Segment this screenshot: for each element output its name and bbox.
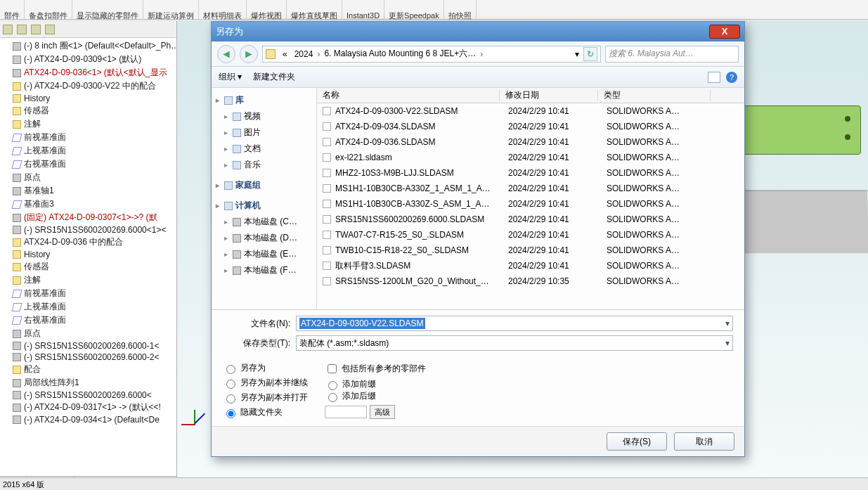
option-另存为副本并继续[interactable]: 另存为副本并继续 <box>223 377 308 389</box>
file-row[interactable]: MS1H1-10B30CB-A330Z-S_ASM_1_A…2024/2/29 … <box>317 196 744 212</box>
forward-button[interactable]: ► <box>240 45 258 63</box>
ribbon-item[interactable]: 爆炸直线草图 <box>287 0 342 20</box>
ribbon-item[interactable]: 爆炸视图 <box>247 0 287 20</box>
tree-item[interactable]: 传感器 <box>3 104 176 117</box>
save-button[interactable]: 保存(S) <box>607 432 667 451</box>
tree-toolbar-icon[interactable] <box>31 25 41 34</box>
filetype-select[interactable]: 装配体 (*.asm;*.sldasm) <box>296 335 733 351</box>
tree-toolbar-icon[interactable] <box>3 25 13 34</box>
file-list[interactable]: 名称 修改日期 类型 ATX24-D-09-0300-V22.SLDASM202… <box>317 88 744 309</box>
file-row[interactable]: ATX24-D-09-0300-V22.SLDASM2024/2/29 10:4… <box>317 103 744 119</box>
orientation-triad[interactable] <box>180 408 212 441</box>
tree-item[interactable]: 局部线性阵列1 <box>3 376 176 389</box>
tree-item[interactable]: ATX24-D-09-036<1> (默认<默认_显示 <box>3 66 176 79</box>
sidebar-item[interactable]: ▸视频 <box>214 108 313 124</box>
option-隐藏文件夹[interactable]: 隐藏文件夹 <box>223 406 308 418</box>
include-refs-input[interactable] <box>328 364 337 373</box>
dialog-titlebar[interactable]: 另存为 X <box>212 22 744 41</box>
feature-tree[interactable]: (-) 8 inch 圈<1> (Default<<Default>_Ph…(-… <box>0 38 176 476</box>
option-添加后缀[interactable]: 添加后缀 <box>325 390 426 402</box>
tree-toolbar-icon[interactable] <box>45 25 55 34</box>
sidebar-item[interactable]: ▸本地磁盘 (C… <box>214 214 313 230</box>
option-radio[interactable] <box>226 394 235 404</box>
tree-item[interactable]: (-) 8 inch 圈<1> (Default<<Default>_Ph… <box>3 39 176 53</box>
include-refs-checkbox[interactable]: 包括所有参考的零部件 <box>325 362 426 375</box>
sidebar-item[interactable]: ▸本地磁盘 (E… <box>214 246 313 262</box>
tree-item[interactable]: History <box>3 249 176 260</box>
view-mode-icon[interactable] <box>708 72 720 83</box>
ribbon-item[interactable]: 材料明细表 <box>199 0 247 20</box>
file-row[interactable]: ATX24-D-09-034.SLDASM2024/2/29 10:41SOLI… <box>317 119 744 134</box>
tree-item[interactable]: 注解 <box>3 117 176 131</box>
tree-item[interactable]: (-) SRS15N1SS600200269.6000<1>< <box>3 224 176 236</box>
affix-input[interactable] <box>325 406 367 418</box>
sidebar-item[interactable]: ▸音乐 <box>214 157 313 173</box>
file-row[interactable]: ATX24-D-09-036.SLDASM2024/2/29 10:41SOLI… <box>317 134 744 150</box>
advanced-button[interactable]: 高级 <box>370 405 395 419</box>
tree-item[interactable]: (-) ATX24-D-09-0300-V22 中的配合 <box>3 79 176 93</box>
ribbon-item[interactable]: Instant3D <box>342 0 384 20</box>
tree-item[interactable]: 注解 <box>3 273 176 287</box>
file-row[interactable]: MS1H1-10B30CB-A330Z_1_ASM_1_A…2024/2/29 … <box>317 181 744 196</box>
file-row[interactable]: TWB10-C15-R18-22_S0_.SLDASM2024/2/29 10:… <box>317 243 744 258</box>
tree-toolbar-icon[interactable] <box>17 25 27 34</box>
sidebar-group[interactable]: ▸家庭组 <box>214 177 313 193</box>
breadcrumb-dropdown-icon[interactable]: ▾ <box>575 49 579 59</box>
ribbon-item[interactable]: 拍快照 <box>444 0 477 20</box>
file-row[interactable]: 取料手臂3.SLDASM2024/2/29 10:41SOLIDWORKS A… <box>317 258 744 273</box>
tree-toolbar[interactable] <box>0 21 176 38</box>
cancel-button[interactable]: 取消 <box>674 432 734 451</box>
tree-item[interactable]: 基准面3 <box>3 198 176 211</box>
tree-item[interactable]: (固定) ATX24-D-09-0307<1>->? (默 <box>3 211 176 224</box>
file-row[interactable]: ex-l221.sldasm2024/2/29 10:41SOLIDWORKS … <box>317 150 744 165</box>
file-row[interactable]: TWA07-C7-R15-25_S0_.SLDASM2024/2/29 10:4… <box>317 227 744 243</box>
option-radio[interactable] <box>226 409 235 418</box>
ribbon-item[interactable]: 备盘扣部件 <box>25 0 72 20</box>
sidebar-group[interactable]: ▸计算机 <box>214 198 313 214</box>
filename-input[interactable]: ATX24-D-09-0300-V22.SLDASM <box>296 316 733 331</box>
tree-item[interactable]: 上视基准面 <box>3 300 176 314</box>
option-radio[interactable] <box>226 365 235 374</box>
close-button[interactable]: X <box>709 25 740 39</box>
breadcrumb[interactable]: « 2024 › 6. Malaysia Auto Mounting 6 8 J… <box>262 46 601 63</box>
sidebar-item[interactable]: ▸本地磁盘 (F… <box>214 262 313 278</box>
col-name[interactable]: 名称 <box>317 89 500 101</box>
tree-item[interactable]: 基准轴1 <box>3 184 176 198</box>
refresh-button[interactable]: ↻ <box>583 47 597 61</box>
tree-item[interactable]: (-) ATX24-D-09-0317<1> -> (默认<<! <box>3 401 176 414</box>
ribbon-item[interactable]: 新建运动算例 <box>143 0 199 20</box>
col-date[interactable]: 修改日期 <box>500 89 598 101</box>
tree-item[interactable]: 上视基准面 <box>3 144 176 157</box>
tree-item[interactable]: 右视基准面 <box>3 157 176 171</box>
option-radio[interactable] <box>328 393 337 402</box>
tree-item[interactable]: History <box>3 93 176 104</box>
option-另存为副本并打开[interactable]: 另存为副本并打开 <box>223 392 308 404</box>
back-button[interactable]: ◄ <box>217 45 235 63</box>
tree-item[interactable]: 配合 <box>3 363 176 376</box>
ribbon-item[interactable]: 更新Speedpak <box>384 0 444 20</box>
tree-item[interactable]: (-) ATX24-D-09-0309<1> (默认) <box>3 53 176 66</box>
option-添加前缀[interactable]: 添加前缀 <box>325 378 426 390</box>
tree-item[interactable]: ATX24-D-09-036 中的配合 <box>3 236 176 249</box>
ribbon-item[interactable]: 显示隐藏的零部件 <box>72 0 143 20</box>
dialog-sidebar[interactable]: ▸库▸视频▸图片▸文档▸音乐▸家庭组▸计算机▸本地磁盘 (C…▸本地磁盘 (D…… <box>212 88 317 309</box>
tree-item[interactable]: 前视基准面 <box>3 287 176 300</box>
sidebar-group[interactable]: ▸库 <box>214 92 313 108</box>
tree-item[interactable]: (-) SRS15N1SS600200269.6000< <box>3 389 176 401</box>
sidebar-item[interactable]: ▸本地磁盘 (D… <box>214 230 313 246</box>
file-row[interactable]: SRS15N1SS600200269.6000.SLDASM2024/2/29 … <box>317 212 744 227</box>
sidebar-item[interactable]: ▸文档 <box>214 141 313 157</box>
breadcrumb-seg[interactable]: 6. Malaysia Auto Mounting 6 8 JEL+六… <box>321 48 479 60</box>
tree-item[interactable]: (-) ATX24-D-09-034<1> (Default<De <box>3 414 176 425</box>
new-folder-button[interactable]: 新建文件夹 <box>253 71 295 83</box>
col-type[interactable]: 类型 <box>598 89 711 101</box>
option-另存为[interactable]: 另存为 <box>223 362 308 374</box>
option-radio[interactable] <box>226 380 235 389</box>
sidebar-item[interactable]: ▸图片 <box>214 124 313 141</box>
ribbon-item[interactable]: 部件 <box>0 0 25 20</box>
search-input[interactable]: 搜索 6. Malaysia Aut… <box>605 46 739 63</box>
tree-item[interactable]: (-) SRS15N1SS600200269.6000-2< <box>3 352 176 363</box>
organize-menu[interactable]: 组织 ▾ <box>219 71 242 83</box>
tree-item[interactable]: 原点 <box>3 327 176 340</box>
tree-item[interactable]: (-) SRS15N1SS600200269.6000-1< <box>3 340 176 352</box>
